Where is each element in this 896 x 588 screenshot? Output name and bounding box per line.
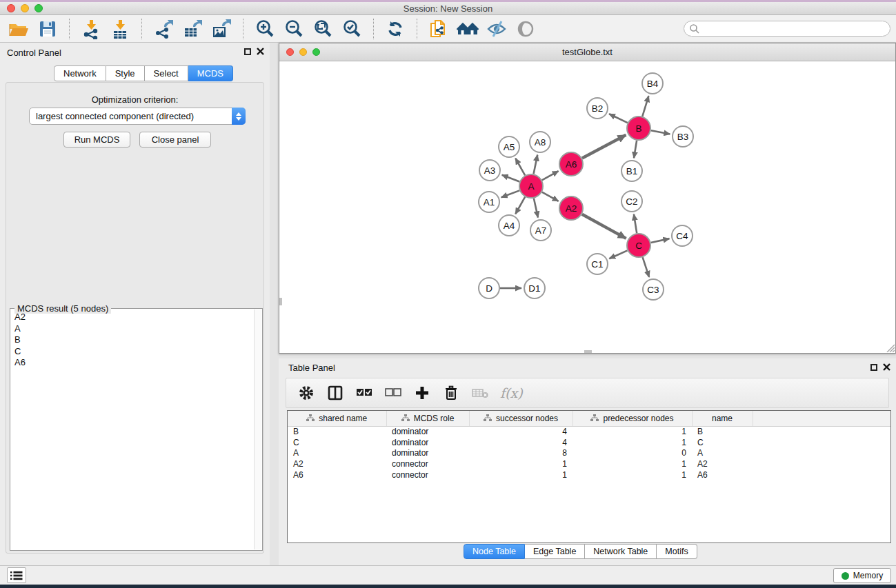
graph-node-C2[interactable]: C2 [621,191,642,212]
graph-node-D1[interactable]: D1 [524,278,545,298]
table-cell[interactable]: 8 [469,447,573,458]
save-session-button[interactable] [33,17,62,41]
column-header-shared-name[interactable]: shared name [288,411,386,426]
tab-mcds[interactable]: MCDS [188,65,233,81]
table-row[interactable]: Adominator80A [288,447,890,458]
tab-network-table[interactable]: Network Table [585,544,657,559]
table-row[interactable]: A6connector11A6 [288,469,890,480]
column-header-name[interactable]: name [692,411,753,426]
float-panel-icon[interactable] [870,364,877,371]
graph-edge-A-A7[interactable] [534,199,538,218]
mcds-list-scrollbar[interactable] [254,310,261,549]
table-cell[interactable]: 1 [469,458,573,469]
table-cell[interactable]: 1 [573,437,692,448]
table-cell[interactable]: 1 [573,458,692,469]
column-header-MCDS-role[interactable]: MCDS role [386,411,469,426]
hide-selected-button[interactable] [482,17,511,41]
tab-select[interactable]: Select [145,65,188,81]
close-panel-button[interactable]: Close panel [139,132,211,148]
graph-edge-C-C2[interactable] [634,214,637,233]
graph-edge-A-A4[interactable] [515,197,525,214]
refresh-button[interactable] [381,17,410,41]
search-input[interactable] [684,21,890,37]
graph-node-A[interactable]: A [519,174,543,198]
tab-network[interactable]: Network [54,65,106,81]
zoom-fit-button[interactable] [308,17,337,41]
graph-edge-C-C4[interactable] [651,239,670,243]
horizontal-scroll-indicator[interactable] [584,350,592,353]
graph-edge-B-B3[interactable] [651,130,670,134]
graph-node-A4[interactable]: A4 [499,215,519,236]
graph-node-A7[interactable]: A7 [530,220,551,241]
graph-node-D[interactable]: D [479,278,499,298]
graph-edge-A-A1[interactable] [501,190,519,197]
graph-edge-B-B1[interactable] [634,141,637,158]
import-table-button[interactable] [106,17,135,41]
graph-edge-A6-B[interactable] [582,135,626,159]
export-network-button[interactable] [149,17,178,41]
graph-node-C1[interactable]: C1 [587,254,608,274]
table-cell[interactable]: C [692,437,753,448]
delete-table-button[interactable] [471,384,489,402]
tab-motifs[interactable]: Motifs [657,544,697,559]
zoom-out-button[interactable] [279,17,308,41]
float-panel-icon[interactable] [244,48,251,55]
table-cell[interactable]: dominator [386,447,469,458]
graph-node-B[interactable]: B [627,116,650,140]
zoom-selected-button[interactable] [337,17,366,41]
graph-edge-C-C1[interactable] [609,250,627,258]
tab-edge-table[interactable]: Edge Table [525,544,585,559]
zoom-in-button[interactable] [250,17,279,41]
column-settings-button[interactable] [297,384,315,402]
graph-edge-A-A2[interactable] [542,192,559,201]
app-titlebar[interactable]: Session: New Session [0,2,896,15]
graph-edge-C-C3[interactable] [643,257,649,277]
run-mcds-button[interactable]: Run MCDS [63,132,130,148]
graph-node-A1[interactable]: A1 [479,192,499,212]
network-graph-canvas[interactable]: AA1A3A4A5A7A8A6A2BB1B2B3B4CC1C2C3C4DD1 [279,61,895,353]
table-cell[interactable]: 0 [573,447,692,458]
memory-button[interactable]: Memory [833,568,891,583]
first-neighbors-button[interactable] [453,17,482,41]
graph-node-B2[interactable]: B2 [587,98,608,119]
column-header-predecessor-nodes[interactable]: predecessor nodes [573,411,692,426]
graph-node-C[interactable]: C [627,234,650,257]
table-cell[interactable]: 1 [469,469,573,480]
mcds-result-item[interactable]: B [11,334,254,346]
table-cell[interactable]: A [288,447,386,458]
open-session-button[interactable] [4,17,33,41]
table-cell[interactable]: A6 [692,469,753,480]
delete-column-button[interactable] [442,384,460,402]
table-cell[interactable]: A2 [288,458,386,469]
tab-node-table[interactable]: Node Table [464,544,525,559]
graph-node-C3[interactable]: C3 [643,279,664,300]
graph-edge-B-B2[interactable] [609,114,628,123]
table-cell[interactable]: B [288,426,386,437]
resize-grip-icon[interactable] [885,343,895,352]
table-cell[interactable]: dominator [386,426,469,437]
column-header-successor-nodes[interactable]: successor nodes [469,411,573,426]
optimization-criterion-dropdown[interactable]: largest connected component (directed) [29,108,246,125]
graph-edge-A-A5[interactable] [515,159,525,176]
graph-node-B4[interactable]: B4 [642,73,663,94]
table-cell[interactable]: A [692,447,753,458]
table-cell[interactable]: 1 [573,469,692,480]
table-cell[interactable]: A6 [288,469,386,480]
graph-node-A5[interactable]: A5 [499,136,519,157]
graph-edge-A2-C[interactable] [582,214,626,239]
deselect-all-button[interactable] [384,384,402,402]
export-table-button[interactable] [178,17,207,41]
graph-node-A8[interactable]: A8 [530,132,550,152]
graph-node-A6[interactable]: A6 [559,152,583,176]
graph-node-A2[interactable]: A2 [559,196,583,220]
show-all-button[interactable] [511,17,540,41]
graph-edge-B-B4[interactable] [642,96,648,116]
graph-edge-A-A3[interactable] [502,175,519,182]
vertical-scroll-indicator[interactable] [279,298,282,305]
import-network-button[interactable] [77,17,106,41]
table-cell[interactable]: A2 [692,458,753,469]
table-row[interactable]: Bdominator41B [288,426,890,437]
task-history-button[interactable] [7,567,26,583]
graph-node-C4[interactable]: C4 [672,225,693,246]
graph-node-A3[interactable]: A3 [479,160,500,181]
